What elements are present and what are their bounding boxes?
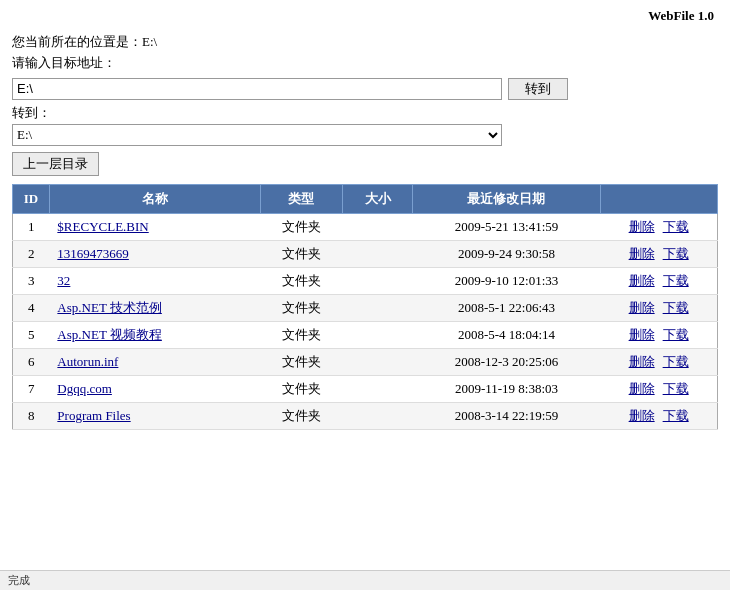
cell-id: 5 xyxy=(13,321,50,348)
cell-id: 7 xyxy=(13,375,50,402)
delete-link[interactable]: 删除 xyxy=(629,219,655,234)
redirect-label: 转到： xyxy=(12,104,718,122)
up-directory-button[interactable]: 上一层目录 xyxy=(12,152,99,176)
cell-name: $RECYCLE.BIN xyxy=(49,213,260,240)
col-type: 类型 xyxy=(260,184,342,213)
file-table-body: 1$RECYCLE.BIN文件夹2009-5-21 13:41:59删除下载21… xyxy=(13,213,718,429)
cell-size xyxy=(342,321,412,348)
location-info: 您当前所在的位置是：E:\ 请输入目标地址： xyxy=(12,32,718,74)
cell-name: Asp.NET 视频教程 xyxy=(49,321,260,348)
file-name-link[interactable]: 32 xyxy=(57,273,70,288)
cell-id: 8 xyxy=(13,402,50,429)
file-table: ID 名称 类型 大小 最近修改日期 1$RECYCLE.BIN文件夹2009-… xyxy=(12,184,718,430)
input-prompt-label: 请输入目标地址： xyxy=(12,53,718,74)
cell-actions: 删除下载 xyxy=(600,375,717,402)
file-name-link[interactable]: $RECYCLE.BIN xyxy=(57,219,148,234)
app-title: WebFile 1.0 xyxy=(648,8,714,23)
cell-id: 6 xyxy=(13,348,50,375)
table-row: 332文件夹2009-9-10 12:01:33删除下载 xyxy=(13,267,718,294)
cell-name: Dgqq.com xyxy=(49,375,260,402)
cell-id: 2 xyxy=(13,240,50,267)
cell-size xyxy=(342,375,412,402)
cell-actions: 删除下载 xyxy=(600,267,717,294)
cell-type: 文件夹 xyxy=(260,375,342,402)
status-bar: 完成 xyxy=(0,570,730,590)
file-name-link[interactable]: 13169473669 xyxy=(57,246,129,261)
download-link[interactable]: 下载 xyxy=(663,219,689,234)
file-name-link[interactable]: Dgqq.com xyxy=(57,381,112,396)
cell-actions: 删除下载 xyxy=(600,213,717,240)
cell-date: 2008-5-4 18:04:14 xyxy=(413,321,601,348)
col-size: 大小 xyxy=(342,184,412,213)
download-link[interactable]: 下载 xyxy=(663,381,689,396)
download-link[interactable]: 下载 xyxy=(663,327,689,342)
cell-date: 2009-11-19 8:38:03 xyxy=(413,375,601,402)
cell-date: 2008-12-3 20:25:06 xyxy=(413,348,601,375)
cell-name: Autorun.inf xyxy=(49,348,260,375)
download-link[interactable]: 下载 xyxy=(663,273,689,288)
col-date: 最近修改日期 xyxy=(413,184,601,213)
cell-size xyxy=(342,402,412,429)
download-link[interactable]: 下载 xyxy=(663,246,689,261)
status-text: 完成 xyxy=(8,574,30,586)
file-name-link[interactable]: Asp.NET 视频教程 xyxy=(57,327,161,342)
cell-size xyxy=(342,294,412,321)
cell-size xyxy=(342,267,412,294)
cell-type: 文件夹 xyxy=(260,402,342,429)
cell-date: 2009-9-10 12:01:33 xyxy=(413,267,601,294)
cell-type: 文件夹 xyxy=(260,240,342,267)
app-header: WebFile 1.0 xyxy=(0,0,730,28)
table-row: 1$RECYCLE.BIN文件夹2009-5-21 13:41:59删除下载 xyxy=(13,213,718,240)
table-row: 8Program Files文件夹2008-3-14 22:19:59删除下载 xyxy=(13,402,718,429)
col-name: 名称 xyxy=(49,184,260,213)
cell-actions: 删除下载 xyxy=(600,402,717,429)
cell-name: 13169473669 xyxy=(49,240,260,267)
file-name-link[interactable]: Asp.NET 技术范例 xyxy=(57,300,161,315)
cell-date: 2009-5-21 13:41:59 xyxy=(413,213,601,240)
delete-link[interactable]: 删除 xyxy=(629,327,655,342)
cell-date: 2008-3-14 22:19:59 xyxy=(413,402,601,429)
table-row: 7Dgqq.com文件夹2009-11-19 8:38:03删除下载 xyxy=(13,375,718,402)
cell-date: 2009-9-24 9:30:58 xyxy=(413,240,601,267)
cell-id: 1 xyxy=(13,213,50,240)
table-row: 5Asp.NET 视频教程文件夹2008-5-4 18:04:14删除下载 xyxy=(13,321,718,348)
cell-id: 4 xyxy=(13,294,50,321)
cell-actions: 删除下载 xyxy=(600,294,717,321)
download-link[interactable]: 下载 xyxy=(663,354,689,369)
delete-link[interactable]: 删除 xyxy=(629,300,655,315)
cell-type: 文件夹 xyxy=(260,348,342,375)
table-row: 4Asp.NET 技术范例文件夹2008-5-1 22:06:43删除下载 xyxy=(13,294,718,321)
delete-link[interactable]: 删除 xyxy=(629,354,655,369)
cell-type: 文件夹 xyxy=(260,321,342,348)
col-actions xyxy=(600,184,717,213)
file-name-link[interactable]: Autorun.inf xyxy=(57,354,118,369)
redirect-select[interactable]: E:\ xyxy=(12,124,502,146)
cell-type: 文件夹 xyxy=(260,267,342,294)
download-link[interactable]: 下载 xyxy=(663,300,689,315)
main-content: 您当前所在的位置是：E:\ 请输入目标地址： 转到 转到： E:\ 上一层目录 … xyxy=(0,28,730,442)
redirect-select-row: E:\ xyxy=(12,124,718,146)
cell-name: Asp.NET 技术范例 xyxy=(49,294,260,321)
target-input-row: 转到 xyxy=(12,78,718,100)
cell-date: 2008-5-1 22:06:43 xyxy=(413,294,601,321)
cell-size xyxy=(342,240,412,267)
table-row: 6Autorun.inf文件夹2008-12-3 20:25:06删除下载 xyxy=(13,348,718,375)
delete-link[interactable]: 删除 xyxy=(629,273,655,288)
current-location-label: 您当前所在的位置是：E:\ xyxy=(12,32,718,53)
cell-actions: 删除下载 xyxy=(600,321,717,348)
table-row: 213169473669文件夹2009-9-24 9:30:58删除下载 xyxy=(13,240,718,267)
cell-name: 32 xyxy=(49,267,260,294)
goto-button[interactable]: 转到 xyxy=(508,78,568,100)
file-name-link[interactable]: Program Files xyxy=(57,408,130,423)
cell-size xyxy=(342,213,412,240)
cell-type: 文件夹 xyxy=(260,294,342,321)
table-header: ID 名称 类型 大小 最近修改日期 xyxy=(13,184,718,213)
cell-type: 文件夹 xyxy=(260,213,342,240)
target-input[interactable] xyxy=(12,78,502,100)
delete-link[interactable]: 删除 xyxy=(629,381,655,396)
download-link[interactable]: 下载 xyxy=(663,408,689,423)
col-id: ID xyxy=(13,184,50,213)
delete-link[interactable]: 删除 xyxy=(629,408,655,423)
cell-actions: 删除下载 xyxy=(600,348,717,375)
delete-link[interactable]: 删除 xyxy=(629,246,655,261)
